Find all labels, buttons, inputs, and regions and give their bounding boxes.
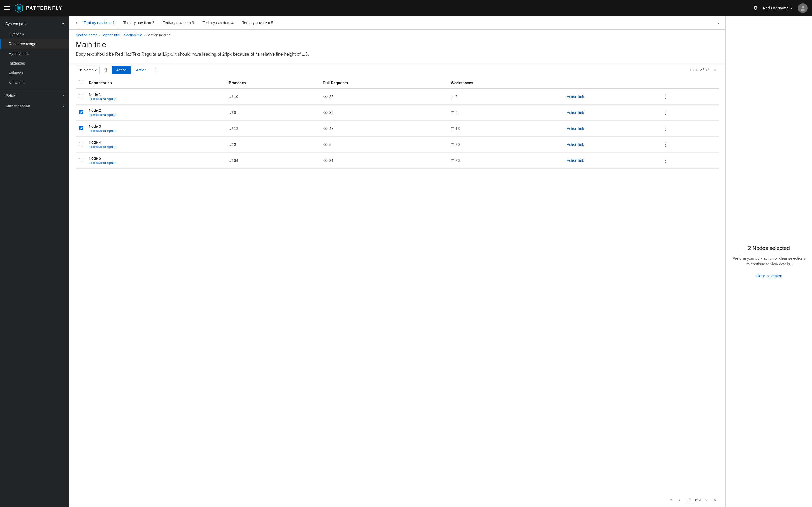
breadcrumb-section-title-1[interactable]: Section title xyxy=(102,33,120,37)
pull-requests-node4: </> 8 xyxy=(323,142,447,147)
row-checkbox-node5[interactable] xyxy=(79,158,84,162)
row-actions-node1: Action link xyxy=(567,95,657,99)
pagination-page-input[interactable] xyxy=(684,497,694,504)
pagination-prev-button[interactable]: ‹ xyxy=(676,496,684,504)
row-actions-node2: Action link xyxy=(567,110,657,115)
avatar[interactable] xyxy=(798,3,808,13)
sidebar-authentication-chevron-icon: › xyxy=(63,104,64,108)
row-kebab-node2[interactable]: ⋮ xyxy=(661,108,670,117)
workspaces-node1: ◫ 5 xyxy=(451,95,562,99)
action-link-node2[interactable]: Action link xyxy=(567,110,584,115)
code-icon: </> xyxy=(323,95,328,99)
sort-icon: ⇅ xyxy=(104,68,107,72)
branches-node4: ⎇ 3 xyxy=(229,142,319,147)
tertiary-nav-item-item1[interactable]: Tertiary nav item 1 xyxy=(79,17,119,29)
sidebar-item-instances[interactable]: Instances xyxy=(0,58,69,68)
row-kebab-node5[interactable]: ⋮ xyxy=(661,156,670,165)
sidebar-item-volumes[interactable]: Volumes xyxy=(0,68,69,78)
user-menu[interactable]: Ned Username ▾ xyxy=(763,6,793,10)
pagination-bar: « ‹ of 4 › » xyxy=(69,493,725,507)
row-checkbox-node4[interactable] xyxy=(79,142,84,146)
action-link-button[interactable]: Action xyxy=(133,66,149,74)
pull-requests-node5: </> 21 xyxy=(323,158,447,163)
pagination-dropdown-button[interactable]: ▾ xyxy=(711,66,719,74)
tertiary-nav-item-item2[interactable]: Tertiary nav item 2 xyxy=(119,17,159,29)
workspaces-node3: ◫ 13 xyxy=(451,126,562,131)
user-chevron-icon: ▾ xyxy=(791,6,793,10)
filter-button[interactable]: ▼ Name ▾ xyxy=(76,66,100,74)
pagination-next-button[interactable]: › xyxy=(703,496,710,504)
top-navigation: PATTERNFLY ⚙ Ned Username ▾ xyxy=(0,0,812,16)
pagination-last-button[interactable]: » xyxy=(711,496,719,504)
sidebar-item-networks[interactable]: Networks xyxy=(0,78,69,88)
user-name: Ned Username xyxy=(763,6,789,10)
row-kebab-node3[interactable]: ⋮ xyxy=(661,124,670,133)
workspace-icon: ◫ xyxy=(451,126,454,131)
toolbar-kebab-button[interactable]: ⋮ xyxy=(151,65,161,75)
branch-icon: ⎇ xyxy=(229,95,233,99)
workspaces-node2: ◫ 2 xyxy=(451,110,562,115)
pagination-first-button[interactable]: « xyxy=(667,496,675,504)
action-link-node5[interactable]: Action link xyxy=(567,158,584,163)
action-link-node1[interactable]: Action link xyxy=(567,95,584,99)
node-link-node4[interactable]: siemur/test-space xyxy=(89,145,117,149)
tertiary-nav-item-item3[interactable]: Tertiary nav item 3 xyxy=(159,17,198,29)
sidebar-system-panel[interactable]: System panel ▾ xyxy=(0,18,69,29)
row-actions-node4: Action link xyxy=(567,142,657,147)
row-kebab-node4[interactable]: ⋮ xyxy=(661,140,670,149)
detail-panel-body: Preform your bulk action or clear select… xyxy=(732,256,806,267)
sidebar-item-overview[interactable]: Overview xyxy=(0,29,69,39)
filter-label: Name xyxy=(84,68,94,72)
node-link-node1[interactable]: siemur/test-space xyxy=(89,97,117,101)
code-icon: </> xyxy=(323,110,328,115)
page-body-text: Body text should be Red Hat Text Regular… xyxy=(76,51,719,58)
workspace-icon: ◫ xyxy=(451,142,454,147)
action-link-node4[interactable]: Action link xyxy=(567,142,584,147)
tertiary-nav: ‹ Tertiary nav item 1Tertiary nav item 2… xyxy=(69,16,725,30)
node-name-node5: Node 5 xyxy=(89,156,224,160)
tertiary-nav-prev-arrow[interactable]: ‹ xyxy=(74,19,79,26)
branch-icon: ⎇ xyxy=(229,110,233,115)
sidebar-policy[interactable]: Policy › xyxy=(0,90,69,101)
hamburger-menu[interactable] xyxy=(4,6,10,10)
tertiary-nav-scroll: Tertiary nav item 1Tertiary nav item 2Te… xyxy=(79,17,715,29)
sidebar-policy-chevron-icon: › xyxy=(63,93,64,97)
sidebar-authentication[interactable]: Authentication › xyxy=(0,101,69,111)
row-checkbox-node1[interactable] xyxy=(79,94,84,99)
clear-selection-button[interactable]: Clear selection xyxy=(755,274,782,278)
branch-icon: ⎇ xyxy=(229,158,233,163)
sidebar-item-hypervisors[interactable]: Hypervisors xyxy=(0,49,69,58)
main-content: ‹ Tertiary nav item 1Tertiary nav item 2… xyxy=(69,16,725,507)
branches-node3: ⎇ 12 xyxy=(229,126,319,131)
breadcrumb-sep-3: › xyxy=(144,34,145,37)
sort-button[interactable]: ⇅ xyxy=(102,66,110,74)
pagination-summary: 1 - 10 of 37 xyxy=(690,68,709,72)
workspace-icon: ◫ xyxy=(451,110,454,115)
node-link-node2[interactable]: siemur/test-space xyxy=(89,113,117,117)
filter-icon: ▼ xyxy=(79,68,83,72)
breadcrumb-section-home[interactable]: Section home xyxy=(76,33,98,37)
tertiary-nav-item-item4[interactable]: Tertiary nav item 4 xyxy=(198,17,238,29)
action-primary-button[interactable]: Action xyxy=(112,66,131,74)
col-workspaces: Workspaces xyxy=(449,77,564,89)
node-link-node5[interactable]: siemur/test-space xyxy=(89,161,117,165)
action-link-node3[interactable]: Action link xyxy=(567,126,584,131)
tertiary-nav-next-arrow[interactable]: › xyxy=(715,19,721,26)
node-name-node2: Node 2 xyxy=(89,108,224,113)
row-checkbox-node2[interactable] xyxy=(79,110,84,114)
table-container: Repositories Branches Pull Requests Work… xyxy=(69,77,725,493)
settings-icon[interactable]: ⚙ xyxy=(753,5,758,11)
detail-panel: 2 Nodes selected Preform your bulk actio… xyxy=(725,16,812,507)
row-checkbox-node3[interactable] xyxy=(79,126,84,130)
breadcrumb-section-title-2[interactable]: Section title xyxy=(124,33,142,37)
node-link-node3[interactable]: siemur/test-space xyxy=(89,129,117,133)
svg-point-4 xyxy=(801,9,805,11)
table-row: Node 1 siemur/test-space ⎇ 10 </> 25 ◫ 5 xyxy=(76,89,719,105)
select-all-checkbox[interactable] xyxy=(79,80,84,84)
branch-icon: ⎇ xyxy=(229,126,233,131)
tertiary-nav-item-item5[interactable]: Tertiary nav item 5 xyxy=(238,17,277,29)
sidebar-item-resource-usage[interactable]: Resource usage xyxy=(0,39,69,49)
row-kebab-node1[interactable]: ⋮ xyxy=(661,92,670,101)
table-row: Node 4 siemur/test-space ⎇ 3 </> 8 ◫ 20 xyxy=(76,136,719,153)
breadcrumb: Section home › Section title › Section t… xyxy=(69,30,725,38)
